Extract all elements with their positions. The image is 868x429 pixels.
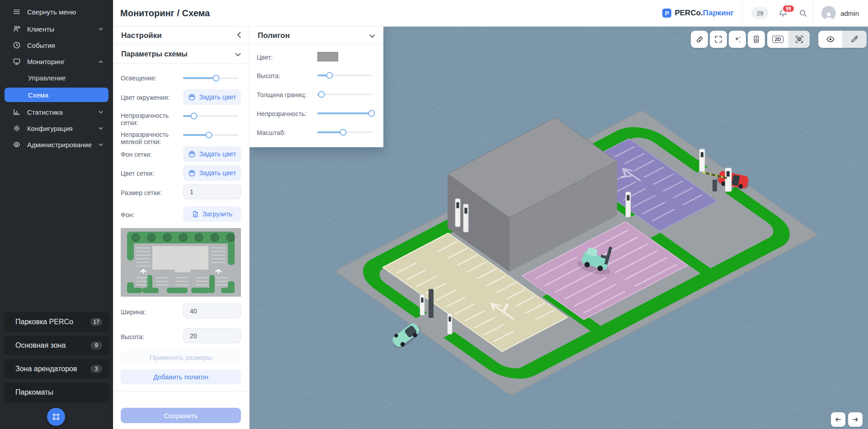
collapse-menu-button[interactable]: Свернуть меню <box>0 5 113 18</box>
sidebar-item-monitoring[interactable]: Мониторинг <box>0 55 113 68</box>
sidebar-item-statistics[interactable]: Статистика <box>0 106 113 118</box>
sidebar-item-label: События <box>27 42 55 49</box>
view-2d-button[interactable]: 2D <box>767 31 788 48</box>
width-label: Ширина: <box>121 308 184 316</box>
background-preview-image <box>121 228 241 297</box>
polygon-scale-slider[interactable] <box>317 131 373 133</box>
edit-mode-button[interactable] <box>842 31 867 48</box>
sidebar-item-clients[interactable]: Клиенты <box>0 23 113 35</box>
id-card-icon <box>752 35 761 44</box>
polygon-height-label: Высота: <box>257 72 280 79</box>
grid-size-input[interactable] <box>183 184 241 199</box>
zone-item-parking-perco[interactable]: Парковка PERCo 17 <box>4 312 109 332</box>
brand-suffix: Паркинг <box>703 9 734 17</box>
undo-arrow-button[interactable] <box>831 412 845 427</box>
scheme-params-section-header[interactable]: Параметры схемы <box>113 45 249 64</box>
3d-cube-icon <box>794 34 804 44</box>
right-gate <box>699 149 705 172</box>
avatar <box>821 6 836 20</box>
breadcrumb-title: Мониторинг / Схема <box>120 8 210 19</box>
id-card-button[interactable] <box>748 31 765 48</box>
settings-title: Настройки <box>121 31 162 40</box>
env-color-label: Цвет окружения: <box>121 94 184 101</box>
effects-button[interactable] <box>729 31 746 48</box>
lighting-slider[interactable] <box>183 77 238 79</box>
link-tool-button[interactable] <box>691 31 708 48</box>
fullscreen-button[interactable] <box>710 31 727 48</box>
polygon-height-slider[interactable] <box>317 75 373 76</box>
sidebar-item-events[interactable]: События <box>0 39 113 51</box>
polygon-opacity-slider[interactable] <box>317 112 373 114</box>
sidebar-subitem-control[interactable]: Управление <box>0 71 113 84</box>
scheme-params-title: Параметры схемы <box>121 50 188 58</box>
notifications-button[interactable]: 99 <box>773 0 793 27</box>
zone-item-tenants-zone[interactable]: Зона арендаторов 3 <box>4 359 109 379</box>
zone-item-park-machines[interactable]: Паркоматы <box>4 382 109 402</box>
redo-arrow-button[interactable] <box>848 412 863 427</box>
sidebar-item-configuration[interactable]: Конфигурация <box>0 122 113 135</box>
notifications-count-badge: 99 <box>782 5 795 13</box>
hamburger-icon <box>13 8 21 16</box>
collapse-menu-label: Свернуть меню <box>27 8 76 16</box>
sidebar-item-administration[interactable]: Администрирование <box>0 138 113 151</box>
polygon-border-width-slider[interactable] <box>317 93 373 95</box>
zone-item-main-zone[interactable]: Основная зона 9 <box>4 336 109 355</box>
lighting-label: Освещение: <box>121 75 184 82</box>
sidebar-item-label: Администрирование <box>27 141 92 149</box>
grid-size-label: Размер сетки: <box>121 189 184 196</box>
height-input[interactable] <box>183 328 241 343</box>
scene-viewport[interactable]: Полигон Цвет: Высота: Толщина границ: Не… <box>250 27 868 429</box>
zone-label: Зона арендаторов <box>15 365 77 373</box>
background-upload-button[interactable]: Загрузить <box>183 206 241 222</box>
apply-sizes-button[interactable]: Применить размеры <box>121 350 241 365</box>
chevron-down-icon <box>99 127 103 130</box>
dimension-toggle-group: 2D <box>767 31 810 48</box>
sidebar-item-label: Конфигурация <box>27 125 73 132</box>
chevron-down-icon <box>235 53 241 56</box>
arrow-right-icon <box>851 415 859 424</box>
counter-pill[interactable]: 29 <box>751 7 769 19</box>
eye-icon <box>826 34 835 44</box>
height-label: Высота: <box>121 333 184 340</box>
sidebar-subitem-label: Схема <box>28 91 48 99</box>
search-button[interactable] <box>793 0 813 27</box>
settings-header: Настройки <box>113 27 249 45</box>
brand-p-icon: P <box>662 9 671 18</box>
view-3d-button[interactable] <box>788 31 810 48</box>
eye-icon <box>13 140 21 149</box>
user-menu[interactable]: admin <box>813 6 868 20</box>
sidebar-subitem-schema-active[interactable]: Схема <box>5 88 108 102</box>
polygon-border-width-label: Толщина границ: <box>257 91 307 98</box>
fine-grid-opacity-slider[interactable] <box>183 134 238 136</box>
set-color-label: Задать цвет <box>199 93 236 101</box>
topbar: Мониторинг / Схема P PERCo.Паркинг 29 99… <box>113 0 868 27</box>
polygon-color-label: Цвет: <box>257 54 273 61</box>
polygon-tool-fab-button[interactable] <box>47 408 65 426</box>
pencil-icon <box>850 35 859 44</box>
add-polygon-button[interactable]: Добавить полигон <box>121 369 241 384</box>
brand-logo: P PERCo.Паркинг <box>654 9 742 18</box>
width-input[interactable] <box>183 303 241 318</box>
chevron-down-icon <box>99 28 103 31</box>
set-color-label: Задать цвет <box>199 150 236 158</box>
divider <box>113 391 249 392</box>
grid-bg-set-color-button[interactable]: Задать цвет <box>183 146 241 162</box>
polygon-scale-label: Масштаб: <box>257 129 286 136</box>
sidebar-item-label: Клиенты <box>27 25 54 33</box>
save-button[interactable]: Сохранить <box>121 408 241 423</box>
view-mode-button[interactable] <box>818 31 842 48</box>
chevron-down-icon <box>369 34 375 38</box>
polygon-properties-panel: Полигон Цвет: Высота: Толщина границ: Не… <box>250 27 383 147</box>
settings-panel: Настройки Параметры схемы Освещение: Цве… <box>113 27 250 429</box>
polygon-panel-title: Полигон <box>258 31 290 40</box>
grid-opacity-slider[interactable] <box>183 115 238 117</box>
polygon-panel-header[interactable]: Полигон <box>250 27 383 45</box>
events-clock-icon <box>13 41 21 49</box>
grid-bg-label: Фон сетки: <box>121 151 184 158</box>
grid-set-color-button[interactable]: Задать цвет <box>183 165 241 181</box>
env-set-color-button[interactable]: Задать цвет <box>183 89 241 105</box>
zone-label: Паркоматы <box>15 388 53 396</box>
fine-grid-opacity-label: Непразрачность мелкой сетки: <box>121 131 184 145</box>
collapse-panel-button[interactable] <box>237 31 241 40</box>
polygon-color-swatch[interactable] <box>317 52 338 61</box>
